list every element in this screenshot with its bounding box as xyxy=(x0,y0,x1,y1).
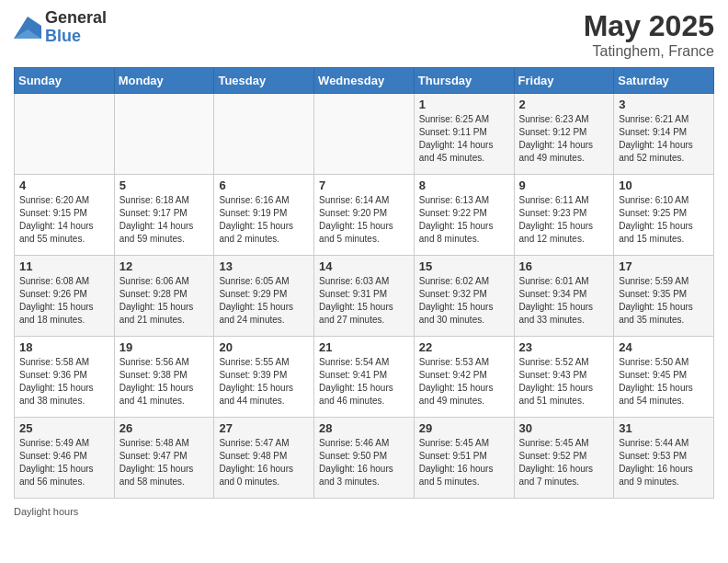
weekday-header-row: SundayMondayTuesdayWednesdayThursdayFrid… xyxy=(15,68,714,94)
calendar-cell: 4Sunrise: 6:20 AM Sunset: 9:15 PM Daylig… xyxy=(15,175,115,256)
calendar-cell: 19Sunrise: 5:56 AM Sunset: 9:38 PM Dayli… xyxy=(114,337,214,418)
weekday-header-wednesday: Wednesday xyxy=(314,68,415,94)
day-number: 9 xyxy=(519,178,609,192)
day-number: 15 xyxy=(419,259,509,273)
day-info: Sunrise: 5:59 AM Sunset: 9:35 PM Dayligh… xyxy=(619,275,709,327)
calendar-cell: 9Sunrise: 6:11 AM Sunset: 9:23 PM Daylig… xyxy=(514,175,614,256)
day-number: 12 xyxy=(119,259,210,273)
location-subtitle: Tatinghem, France xyxy=(584,43,714,60)
calendar-cell: 26Sunrise: 5:48 AM Sunset: 9:47 PM Dayli… xyxy=(114,418,214,499)
calendar-cell: 15Sunrise: 6:02 AM Sunset: 9:32 PM Dayli… xyxy=(414,256,514,337)
day-info: Sunrise: 5:46 AM Sunset: 9:50 PM Dayligh… xyxy=(319,437,409,488)
day-number: 16 xyxy=(519,259,609,273)
calendar-cell: 30Sunrise: 5:45 AM Sunset: 9:52 PM Dayli… xyxy=(514,418,614,499)
day-info: Sunrise: 5:54 AM Sunset: 9:41 PM Dayligh… xyxy=(319,356,409,408)
daylight-label: Daylight hours xyxy=(14,506,78,517)
logo: General Blue xyxy=(14,9,107,46)
day-number: 7 xyxy=(319,178,409,192)
weekday-header-monday: Monday xyxy=(114,68,214,94)
calendar-week-row: 11Sunrise: 6:08 AM Sunset: 9:26 PM Dayli… xyxy=(15,256,714,337)
calendar-cell: 28Sunrise: 5:46 AM Sunset: 9:50 PM Dayli… xyxy=(314,418,415,499)
day-number: 2 xyxy=(519,98,609,111)
logo-general-text: General xyxy=(45,9,107,28)
day-info: Sunrise: 5:50 AM Sunset: 9:45 PM Dayligh… xyxy=(619,356,709,408)
calendar-cell: 29Sunrise: 5:45 AM Sunset: 9:51 PM Dayli… xyxy=(414,418,514,499)
month-year-title: May 2025 xyxy=(584,9,714,43)
day-info: Sunrise: 5:53 AM Sunset: 9:42 PM Dayligh… xyxy=(419,356,509,408)
page-header: General Blue May 2025 Tatinghem, France xyxy=(14,9,714,60)
day-number: 20 xyxy=(219,340,309,354)
calendar-cell: 16Sunrise: 6:01 AM Sunset: 9:34 PM Dayli… xyxy=(514,256,614,337)
calendar-cell: 11Sunrise: 6:08 AM Sunset: 9:26 PM Dayli… xyxy=(15,256,115,337)
day-info: Sunrise: 5:45 AM Sunset: 9:51 PM Dayligh… xyxy=(419,437,509,488)
weekday-header-friday: Friday xyxy=(514,68,614,94)
footer: Daylight hours xyxy=(14,506,714,517)
calendar-cell: 13Sunrise: 6:05 AM Sunset: 9:29 PM Dayli… xyxy=(214,256,314,337)
day-info: Sunrise: 6:01 AM Sunset: 9:34 PM Dayligh… xyxy=(519,275,609,327)
calendar-cell: 1Sunrise: 6:25 AM Sunset: 9:11 PM Daylig… xyxy=(414,94,514,175)
calendar-cell: 22Sunrise: 5:53 AM Sunset: 9:42 PM Dayli… xyxy=(414,337,514,418)
day-info: Sunrise: 6:13 AM Sunset: 9:22 PM Dayligh… xyxy=(419,194,509,246)
day-info: Sunrise: 6:14 AM Sunset: 9:20 PM Dayligh… xyxy=(319,194,409,246)
calendar-cell: 20Sunrise: 5:55 AM Sunset: 9:39 PM Dayli… xyxy=(214,337,314,418)
calendar-cell: 7Sunrise: 6:14 AM Sunset: 9:20 PM Daylig… xyxy=(314,175,415,256)
day-number: 22 xyxy=(419,340,509,354)
logo-text: General Blue xyxy=(45,9,107,46)
day-number: 14 xyxy=(319,259,409,273)
day-info: Sunrise: 5:55 AM Sunset: 9:39 PM Dayligh… xyxy=(219,356,309,408)
day-info: Sunrise: 6:03 AM Sunset: 9:31 PM Dayligh… xyxy=(319,275,409,327)
day-number: 17 xyxy=(619,259,709,273)
calendar-cell: 14Sunrise: 6:03 AM Sunset: 9:31 PM Dayli… xyxy=(314,256,415,337)
calendar-cell: 21Sunrise: 5:54 AM Sunset: 9:41 PM Dayli… xyxy=(314,337,415,418)
day-number: 25 xyxy=(19,421,109,435)
calendar-cell xyxy=(214,94,314,175)
day-info: Sunrise: 5:58 AM Sunset: 9:36 PM Dayligh… xyxy=(19,356,109,408)
day-number: 13 xyxy=(219,259,309,273)
day-number: 1 xyxy=(419,98,509,111)
day-number: 29 xyxy=(419,421,509,435)
calendar-cell: 17Sunrise: 5:59 AM Sunset: 9:35 PM Dayli… xyxy=(614,256,714,337)
day-info: Sunrise: 5:48 AM Sunset: 9:47 PM Dayligh… xyxy=(119,437,210,488)
weekday-header-sunday: Sunday xyxy=(15,68,115,94)
calendar-cell xyxy=(15,94,115,175)
calendar-cell xyxy=(114,94,214,175)
day-number: 10 xyxy=(619,178,709,192)
day-number: 5 xyxy=(119,178,210,192)
day-info: Sunrise: 6:16 AM Sunset: 9:19 PM Dayligh… xyxy=(219,194,309,246)
calendar-cell: 31Sunrise: 5:44 AM Sunset: 9:53 PM Dayli… xyxy=(614,418,714,499)
day-info: Sunrise: 6:10 AM Sunset: 9:25 PM Dayligh… xyxy=(619,194,709,246)
day-number: 21 xyxy=(319,340,409,354)
day-info: Sunrise: 5:47 AM Sunset: 9:48 PM Dayligh… xyxy=(219,437,309,488)
calendar-cell: 25Sunrise: 5:49 AM Sunset: 9:46 PM Dayli… xyxy=(15,418,115,499)
day-info: Sunrise: 6:05 AM Sunset: 9:29 PM Dayligh… xyxy=(219,275,309,327)
weekday-header-thursday: Thursday xyxy=(414,68,514,94)
calendar-week-row: 18Sunrise: 5:58 AM Sunset: 9:36 PM Dayli… xyxy=(15,337,714,418)
day-info: Sunrise: 6:20 AM Sunset: 9:15 PM Dayligh… xyxy=(19,194,109,246)
day-number: 4 xyxy=(19,178,109,192)
calendar-cell xyxy=(314,94,415,175)
day-info: Sunrise: 6:02 AM Sunset: 9:32 PM Dayligh… xyxy=(419,275,509,327)
day-number: 31 xyxy=(619,421,709,435)
day-info: Sunrise: 6:08 AM Sunset: 9:26 PM Dayligh… xyxy=(19,275,109,327)
calendar-cell: 12Sunrise: 6:06 AM Sunset: 9:28 PM Dayli… xyxy=(114,256,214,337)
calendar-cell: 3Sunrise: 6:21 AM Sunset: 9:14 PM Daylig… xyxy=(614,94,714,175)
day-number: 3 xyxy=(619,98,709,111)
day-number: 30 xyxy=(519,421,609,435)
day-info: Sunrise: 6:18 AM Sunset: 9:17 PM Dayligh… xyxy=(119,194,210,246)
logo-icon xyxy=(14,17,41,39)
day-info: Sunrise: 5:56 AM Sunset: 9:38 PM Dayligh… xyxy=(119,356,210,408)
calendar-cell: 27Sunrise: 5:47 AM Sunset: 9:48 PM Dayli… xyxy=(214,418,314,499)
calendar-cell: 23Sunrise: 5:52 AM Sunset: 9:43 PM Dayli… xyxy=(514,337,614,418)
calendar-cell: 8Sunrise: 6:13 AM Sunset: 9:22 PM Daylig… xyxy=(414,175,514,256)
calendar-cell: 2Sunrise: 6:23 AM Sunset: 9:12 PM Daylig… xyxy=(514,94,614,175)
calendar-cell: 24Sunrise: 5:50 AM Sunset: 9:45 PM Dayli… xyxy=(614,337,714,418)
day-info: Sunrise: 6:11 AM Sunset: 9:23 PM Dayligh… xyxy=(519,194,609,246)
day-number: 23 xyxy=(519,340,609,354)
day-number: 28 xyxy=(319,421,409,435)
calendar-cell: 18Sunrise: 5:58 AM Sunset: 9:36 PM Dayli… xyxy=(15,337,115,418)
day-info: Sunrise: 6:25 AM Sunset: 9:11 PM Dayligh… xyxy=(419,113,509,165)
logo-blue-text: Blue xyxy=(45,28,107,46)
calendar-week-row: 1Sunrise: 6:25 AM Sunset: 9:11 PM Daylig… xyxy=(15,94,714,175)
calendar-cell: 10Sunrise: 6:10 AM Sunset: 9:25 PM Dayli… xyxy=(614,175,714,256)
day-number: 8 xyxy=(419,178,509,192)
